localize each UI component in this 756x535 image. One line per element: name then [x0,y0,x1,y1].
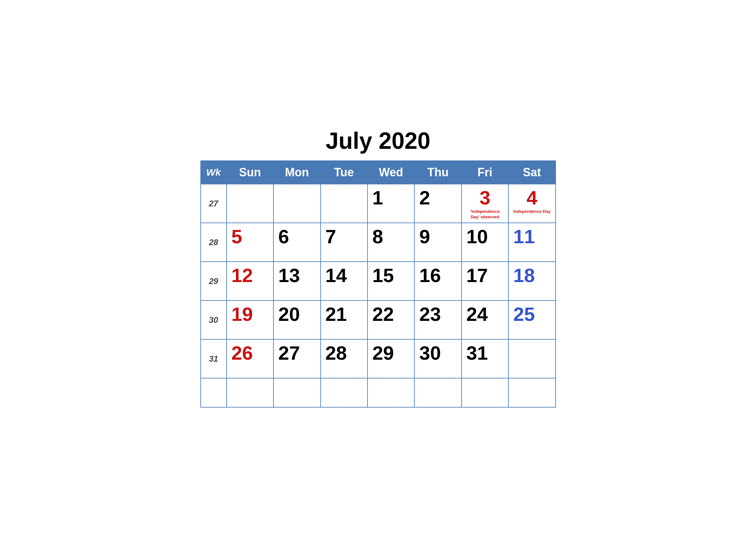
day-cell: 23 [414,300,461,339]
header-row: Wk Sun Mon Tue Wed Thu Fri Sat [201,161,555,184]
day-cell: 2 [414,184,461,223]
empty-cell [273,378,320,407]
day-number: 18 [513,266,551,285]
day-cell: 16 [414,262,461,300]
holiday-label: Independence Day [513,209,551,214]
week-row: 31262728293031 [201,339,555,378]
day-number: 9 [419,227,456,246]
calendar-title: July 2020 [201,127,556,154]
col-header-thu: Thu [414,161,461,184]
holiday-label: 'Independence Day' observed [466,209,503,220]
calendar-table: Wk Sun Mon Tue Wed Thu Fri Sat 27123'Ind… [201,160,556,408]
day-number: 27 [278,344,315,363]
day-cell: 28 [321,339,367,378]
day-cell: 14 [321,262,367,300]
day-number: 6 [278,227,315,246]
week-row: 2912131415161718 [201,262,555,300]
day-cell: 11 [508,223,555,262]
empty-cell [367,378,414,407]
day-number: 26 [231,344,269,363]
week-number: 29 [201,262,227,300]
day-cell: 26 [227,339,273,378]
day-cell: 15 [367,262,414,300]
day-number: 13 [278,266,315,285]
day-cell: 29 [367,339,414,378]
day-cell: 6 [273,223,320,262]
day-cell: 8 [367,223,414,262]
day-cell [321,184,367,223]
day-cell: 1 [367,184,414,223]
calendar-body: 27123'Independence Day' observed4Indepen… [201,184,555,407]
day-cell: 21 [321,300,367,339]
day-cell: 18 [508,262,555,300]
day-cell: 4Independence Day [508,184,555,223]
day-number: 23 [419,305,456,324]
empty-cell [462,378,508,407]
day-number: 28 [325,344,363,363]
day-number: 15 [372,266,410,285]
day-cell: 19 [227,300,273,339]
empty-cell [508,378,555,407]
day-cell: 12 [227,262,273,300]
empty-cell [321,378,367,407]
day-cell: 5 [227,223,273,262]
col-header-mon: Mon [273,161,320,184]
day-cell: 9 [414,223,461,262]
empty-cell [227,378,273,407]
day-number: 16 [419,266,456,285]
week-number: 30 [201,300,227,339]
day-cell [508,339,555,378]
empty-cell [201,378,227,407]
day-number: 22 [372,305,410,324]
day-cell [227,184,273,223]
col-header-wed: Wed [367,161,414,184]
day-number: 30 [419,344,456,363]
day-cell: 17 [462,262,508,300]
day-number: 24 [466,305,503,324]
day-number: 7 [325,227,363,246]
day-number: 3 [466,188,503,208]
day-number: 20 [278,305,315,324]
week-number: 27 [201,184,227,223]
week-number: 28 [201,223,227,262]
week-row: 27123'Independence Day' observed4Indepen… [201,184,555,223]
day-cell: 22 [367,300,414,339]
col-header-sun: Sun [227,161,273,184]
col-header-fri: Fri [462,161,508,184]
day-cell: 3'Independence Day' observed [462,184,508,223]
day-cell: 25 [508,300,555,339]
calendar-container: July 2020 Wk Sun Mon Tue Wed Thu Fri Sat… [201,127,556,408]
col-header-tue: Tue [321,161,367,184]
day-number: 14 [325,266,363,285]
day-number: 21 [325,305,363,324]
week-row: 28567891011 [201,223,555,262]
day-cell: 13 [273,262,320,300]
day-cell: 24 [462,300,508,339]
empty-cell [414,378,461,407]
day-number: 17 [466,266,503,285]
day-cell: 27 [273,339,320,378]
day-number: 19 [231,305,269,324]
day-number: 29 [372,344,410,363]
day-number: 12 [231,266,269,285]
day-number: 25 [513,305,551,324]
day-cell: 7 [321,223,367,262]
day-number: 4 [513,188,551,208]
day-number: 5 [231,227,269,246]
day-cell: 10 [462,223,508,262]
week-number: 31 [201,339,227,378]
empty-row [201,378,555,407]
day-number: 8 [372,227,410,246]
day-number: 1 [372,188,410,208]
col-header-wk: Wk [201,161,227,184]
day-cell: 20 [273,300,320,339]
col-header-sat: Sat [508,161,555,184]
day-number: 11 [513,227,551,246]
day-number: 10 [466,227,503,246]
day-cell: 31 [462,339,508,378]
day-number: 2 [419,188,456,208]
week-row: 3019202122232425 [201,300,555,339]
day-cell [273,184,320,223]
day-cell: 30 [414,339,461,378]
day-number: 31 [466,344,503,363]
